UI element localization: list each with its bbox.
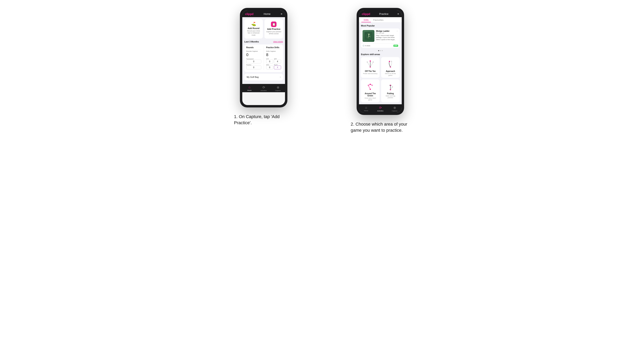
phone-1-screen: clippd Home ≡ ⛳ Add Round Record your sh… [242,10,285,105]
tabs-bar: Drills Favourites [359,17,402,22]
dot-1 [378,50,379,51]
ott-diagram [365,59,375,69]
practice-row: Practice 0 [246,64,261,69]
capture-nav-label-2: Capture [392,110,397,112]
carousel-dots [361,50,400,51]
svg-point-14 [389,61,390,62]
putting-diagram [386,81,396,91]
add-round-icon: ⛳ [251,21,256,26]
phone-2: clippd Practice ≡ Drills Favourites Most… [356,8,404,115]
add-round-desc: Record your shots fast or enhanced mode [246,30,261,36]
app-label: APP [274,58,281,60]
putt-value: 4 [274,66,281,69]
home-nav-label-1: Home [247,89,252,91]
dot-3 [382,50,383,51]
add-round-card[interactable]: ⛳ Add Round Record your shots fast or en… [244,19,263,38]
app-badge: APP [394,45,398,47]
add-practice-icon: 📋 [271,21,276,27]
approach-title: Approach [386,70,395,72]
atg-diagram [365,81,375,91]
view-activity-link[interactable]: View Activity [273,41,283,43]
putting-desc: Make and lag practice [383,95,398,99]
rounds-capture-label: Rounds Capture [246,50,261,52]
ott-col: OTT 0 [266,58,273,63]
featured-footer: 🕐 9 shots APP [361,43,400,48]
clock-icon: 🕐 [362,45,364,47]
tournament-row: Tournament 0 [246,58,261,63]
nav-activities-1[interactable]: ⟳ Activities [256,86,271,91]
app-value: 4 [274,60,281,63]
featured-desc: Play 1 shot at each target yardage. If y… [376,34,398,41]
golf-bag-label: My Golf Bag [247,76,259,78]
caption-1: 1. On Capture, tap 'Add Practice'. [234,114,293,126]
shots-info: 🕐 9 shots [362,45,370,47]
app-logo-1: clippd [245,12,253,15]
featured-card[interactable]: Wedge Ladder ☆ 50–100 yds Play 1 shot at… [361,28,400,48]
svg-point-20 [370,84,371,85]
drills-capture-label: Drills Capture [266,50,281,52]
hamburger-icon-1[interactable]: ≡ [281,12,282,15]
featured-info: Wedge Ladder ☆ 50–100 yds Play 1 shot at… [376,30,398,42]
page-container: clippd Home ≡ ⛳ Add Round Record your sh… [213,8,431,134]
add-practice-title: Add Practice [267,28,280,30]
featured-img [362,30,374,42]
bottom-nav-2: ⌂ Home ⟳ Activities ⊕ Capture [359,104,402,113]
last-months-header: Last 3 Months View Activity [244,40,283,43]
svg-line-9 [370,62,373,67]
ott-app-row: OTT 0 APP 4 [266,58,281,63]
app-header-2: clippd Practice ≡ [359,10,402,17]
add-practice-card[interactable]: 📋 Add Practice Capture your practice off… [264,19,283,38]
last-months-label: Last 3 Months [244,40,259,43]
ott-label: OTT [266,58,273,60]
skill-card-atg[interactable]: Around The Green Hone your short game [361,79,380,102]
skill-card-ott[interactable]: Off The Tee Power and accuracy [361,57,380,78]
nav-home-2[interactable]: ⌂ Home [359,106,373,112]
putt-label: PUTT [274,64,281,66]
home-nav-icon-1: ⌂ [248,86,250,89]
practice-label: Practice [246,64,261,66]
nav-home-1[interactable]: ⌂ Home [242,86,256,91]
phone-2-screen: clippd Practice ≡ Drills Favourites Most… [359,10,402,113]
hamburger-icon-2[interactable]: ≡ [397,12,399,15]
arg-label: ARG [266,64,273,66]
activities-nav-label-1: Activities [260,90,267,91]
capture-nav-label-1: Capture [275,90,281,91]
tournament-col: Tournament 0 [246,58,261,63]
action-cards: ⛳ Add Round Record your shots fast or en… [244,19,283,38]
practice-body: Most Popular [359,22,402,104]
practice-value: 0 [246,66,261,69]
home-nav-label-2: Home [364,110,368,112]
featured-title: Wedge Ladder [376,30,390,32]
app-logo-2: clippd [362,12,370,15]
atg-desc: Hone your short game [362,97,378,101]
practice-drills-col: Practice Drills Drills Capture 8 OTT 0 [266,46,281,70]
svg-line-7 [367,62,370,67]
nav-activities-2[interactable]: ⟳ Activities [373,106,388,112]
app-title-1: Home [264,12,270,15]
approach-desc: Dial-in to hit the green [383,73,398,76]
tournament-label: Tournament [246,58,261,60]
tab-drills[interactable]: Drills [361,17,371,22]
tournament-value: 0 [246,60,261,63]
chevron-right-icon: › [280,76,281,78]
capture-nav-icon-2: ⊕ [394,106,396,110]
nav-capture-2[interactable]: ⊕ Capture [388,106,402,112]
svg-point-10 [370,60,371,62]
golf-bag-row[interactable]: My Golf Bag › [244,74,283,80]
featured-title-row: Wedge Ladder ☆ [376,30,398,32]
phone-section-2: clippd Practice ≡ Drills Favourites Most… [330,8,431,134]
tab-favourites[interactable]: Favourites [371,17,386,22]
featured-subtitle: 50–100 yds [376,32,398,34]
rounds-title: Rounds [246,46,261,50]
skill-card-approach[interactable]: Approach Dial-in to hit the green [381,57,400,78]
putting-title: Putting [387,92,394,95]
phone-section-1: clippd Home ≡ ⛳ Add Round Record your sh… [213,8,314,126]
nav-capture-1[interactable]: ⊕ Capture [271,86,285,91]
practice-drills-title: Practice Drills [266,46,281,50]
add-practice-desc: Capture your practice off-the-course [266,31,282,35]
explore-label: Explore skill areas [361,53,400,55]
arg-putt-row: ARG 0 PUTT 4 [266,64,281,69]
app-title-2: Practice [379,12,388,15]
star-icon: ☆ [396,30,398,32]
skill-card-putting[interactable]: Putting Make and lag practice [381,79,400,102]
